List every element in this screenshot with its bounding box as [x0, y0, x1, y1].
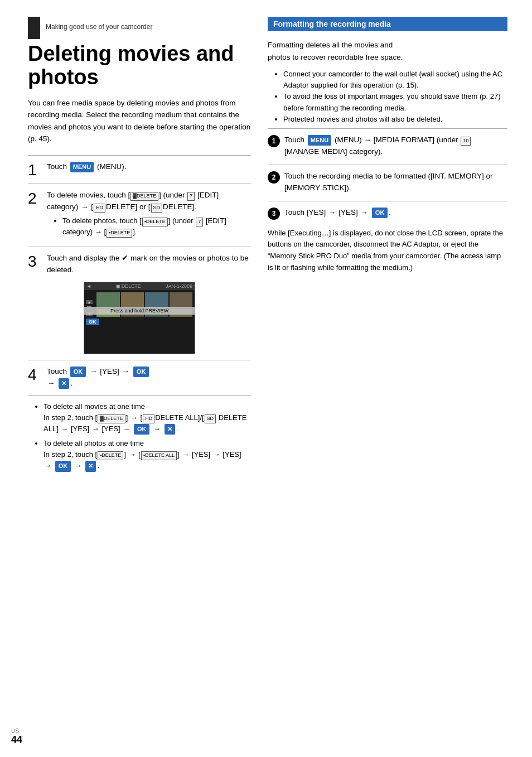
format-bullets: Connect your camcorder to the wall outle…	[283, 69, 507, 125]
date-label: JAN-1-2009	[166, 283, 192, 289]
format-step-2-number: 2	[268, 171, 280, 184]
right-column: Formatting the recording media Formattin…	[262, 11, 519, 746]
page-title: Deleting movies and photos	[28, 42, 251, 89]
ok-badge-extra2: OK	[55, 461, 71, 471]
format-step-1-content: Touch MENU (MENU) → [MEDIA FORMAT] (unde…	[284, 134, 507, 158]
step-3: 3 Touch and display the ✔ mark on the mo…	[28, 253, 251, 354]
section-label: Making good use of your camcorder	[46, 23, 152, 31]
photo-delete-icon: ▪DELETE	[142, 218, 168, 226]
format-intro-line1: Formatting deletes all the movies and	[268, 41, 393, 49]
format-intro-line2: photos to recover recordable free space.	[268, 53, 403, 61]
preview-bar: Press and hold PREVIEW	[84, 307, 195, 315]
ok-btn-screenshot: OK	[86, 319, 99, 325]
extra-bullet-2: To delete all photos at one time In step…	[43, 438, 251, 471]
extra-bullet-1: To delete all movies at one time In step…	[43, 401, 251, 435]
step-3-content: Touch and display the ✔ mark on the movi…	[47, 253, 251, 276]
thumb-2	[121, 292, 144, 308]
step-4-number: 4	[28, 367, 43, 383]
extra-divider	[28, 395, 251, 396]
thumb-4	[170, 292, 193, 308]
format-warning: While [Executing…] is displayed, do not …	[268, 228, 507, 274]
back-icon: ◄	[86, 283, 91, 289]
page-number: 44	[11, 734, 22, 745]
step-2-content: To delete movies, touch [▓DELETE] (under…	[47, 190, 251, 241]
section-header-bar: Making good use of your camcorder	[28, 17, 251, 39]
format-step-1: 1 Touch MENU (MENU) → [MEDIA FORMAT] (un…	[268, 128, 507, 158]
step-1-content: Touch MENU (MENU).	[47, 161, 251, 173]
step-1-number: 1	[28, 162, 43, 178]
format-step-3-content: Touch [YES] → [YES] → OK.	[284, 207, 507, 219]
menu-badge-1: MENU	[70, 162, 94, 172]
format-intro: Formatting deletes all the movies and ph…	[268, 39, 507, 63]
hd-del-all-icon: HD	[143, 414, 154, 423]
locale-tag: US	[11, 728, 19, 734]
page: Making good use of your camcorder Deleti…	[0, 0, 532, 757]
left-column: Making good use of your camcorder Deleti…	[11, 11, 262, 746]
sd-delete-icon: SD	[151, 204, 163, 213]
format-bullet-3: Protected movies and photos will also be…	[283, 114, 507, 125]
black-accent-bar	[28, 17, 40, 39]
x-badge-4: ✕	[59, 378, 69, 389]
ok-badge-format-3: OK	[372, 208, 388, 218]
extra-bullets: To delete all movies at one time In step…	[43, 401, 251, 472]
cam-icon: ◼ DELETE	[116, 283, 141, 289]
step-1-divider	[28, 155, 251, 156]
format-step-1-number: 1	[268, 135, 280, 147]
x-badge-extra2: ✕	[85, 461, 96, 471]
format-step-3-number: 3	[268, 208, 280, 220]
format-section-header: Formatting the recording media	[268, 17, 507, 31]
screenshot-topbar: ◄ ◼ DELETE JAN-1-2009	[84, 282, 195, 290]
step-3-number: 3	[28, 254, 43, 269]
step-2: 2 To delete movies, touch [▓DELETE] (und…	[28, 190, 251, 241]
step-2-number: 2	[28, 191, 43, 206]
sd-del-all-icon: SD	[205, 414, 216, 423]
ok-badge-4b: OK	[133, 367, 149, 377]
thumb-3	[145, 292, 168, 308]
ok-badge-4: OK	[70, 367, 86, 377]
manage-media-icon: 10	[461, 137, 471, 146]
photo-delete-icon-2: ▪DELETE	[107, 229, 132, 238]
hd-delete-icon: HD	[94, 204, 105, 213]
format-step-2-content: Touch the recording media to be formatte…	[284, 171, 507, 194]
format-step-2: 2 Touch the recording media to be format…	[268, 165, 507, 194]
step-4-content: Touch OK → [YES] → OK → ✕.	[47, 366, 251, 389]
step-3-divider	[28, 247, 251, 247]
step-1: 1 Touch MENU (MENU).	[28, 161, 251, 178]
step-4-divider	[28, 360, 251, 360]
photo-del-all-icon: ▪DELETE ALL	[141, 451, 177, 460]
step-2-bullet-1: To delete photos, touch [▪DELETE] (under…	[62, 215, 251, 238]
edit-icon-2: 7	[196, 218, 203, 226]
intro-paragraph: You can free media space by deleting mov…	[28, 97, 251, 145]
page-footer: US 44	[11, 727, 22, 746]
format-bullet-2: To avoid the loss of important images, y…	[283, 91, 507, 113]
format-step-3: 3 Touch [YES] → [YES] → OK.	[268, 201, 507, 220]
step-2-divider	[28, 184, 251, 184]
all-del-icon-1: ▓DELETE	[98, 414, 125, 423]
x-badge-extra1: ✕	[165, 424, 175, 435]
photo-del-icon-extra: ▪DELETE	[98, 451, 123, 460]
step-2-bullets: To delete photos, touch [▪DELETE] (under…	[62, 215, 251, 238]
edit-icon: 7	[187, 192, 195, 201]
screenshot-bottom-bar: OK	[84, 317, 195, 327]
step-4: 4 Touch OK → [YES] → OK → ✕.	[28, 366, 251, 389]
scroll-up-icon: ▲	[86, 300, 93, 304]
screenshot-area: ◄ ◼ DELETE JAN-1-2009 ▲ ▼	[84, 282, 195, 354]
menu-badge-format-1: MENU	[308, 135, 331, 146]
movie-delete-icon: ▓DELETE	[130, 192, 158, 201]
format-bullet-1: Connect your camcorder to the wall outle…	[283, 69, 507, 91]
ok-badge-extra1: OK	[134, 424, 150, 435]
thumb-1	[96, 292, 120, 308]
